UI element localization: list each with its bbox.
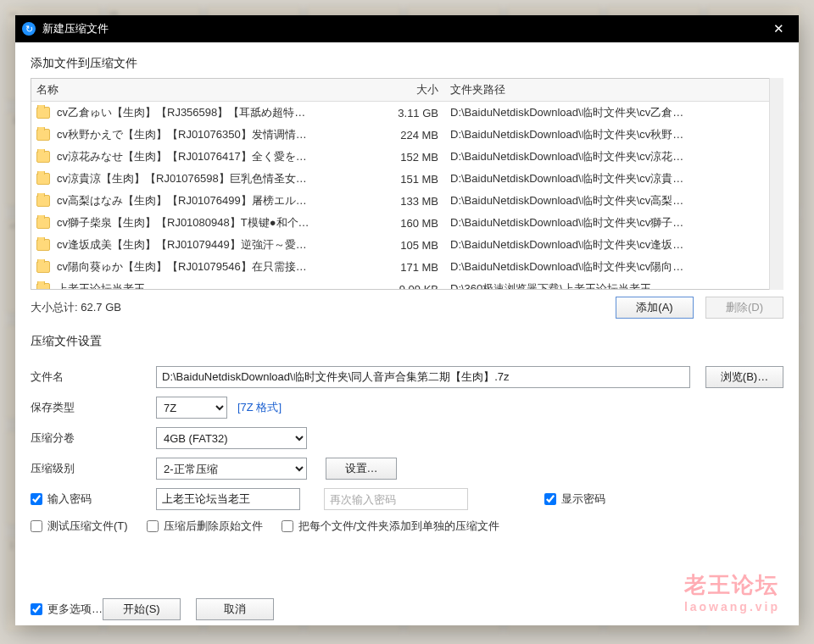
row-size: 152 MB: [376, 151, 450, 164]
table-row[interactable]: 上老王论坛当老王9.09 KBD:\360极速浏览器下载\上老王论坛当老王: [31, 278, 783, 290]
row-name: cv乙倉ゅい【生肉】【RJ356598】【耳舐め超特…: [57, 105, 305, 120]
folder-icon: [36, 151, 50, 163]
row-name: 上老王论坛当老王: [57, 281, 145, 290]
row-name: cv秋野かえで【生肉】【RJ01076350】发情调情…: [57, 127, 307, 142]
volume-select[interactable]: 4GB (FAT32): [156, 427, 307, 449]
window-title: 新建压缩文件: [42, 21, 109, 36]
row-path: D:\BaiduNetdiskDownload\临时文件夹\cv乙倉…: [450, 105, 778, 120]
titlebar[interactable]: ↻ 新建压缩文件 ✕: [15, 15, 799, 42]
table-row[interactable]: cv乙倉ゅい【生肉】【RJ356598】【耳舐め超特…3.11 GBD:\Bai…: [31, 102, 783, 124]
close-icon[interactable]: ✕: [765, 21, 792, 36]
folder-icon: [36, 217, 50, 229]
row-path: D:\BaiduNetdiskDownload\临时文件夹\cv涼花…: [450, 149, 778, 164]
row-name: cv陽向葵ゅか【生肉】【RJ01079546】在只需接…: [57, 259, 307, 275]
show-password-checkbox[interactable]: 显示密码: [544, 491, 605, 507]
savetype-label: 保存类型: [31, 400, 156, 415]
test-archive-check[interactable]: [31, 520, 42, 532]
table-row[interactable]: cv秋野かえで【生肉】【RJ01076350】发情调情…224 MBD:\Bai…: [31, 124, 783, 146]
filename-input[interactable]: [156, 366, 690, 388]
volume-label: 压缩分卷: [31, 430, 156, 446]
browse-button[interactable]: 浏览(B)…: [705, 366, 783, 388]
test-archive-checkbox[interactable]: 测试压缩文件(T): [31, 519, 128, 534]
row-size: 9.09 KB: [376, 283, 450, 291]
separate-archives-check[interactable]: [282, 520, 293, 532]
row-path: D:\BaiduNetdiskDownload\临时文件夹\cv陽向…: [450, 259, 778, 275]
header-size[interactable]: 大小: [376, 82, 450, 97]
folder-icon: [36, 107, 50, 119]
row-path: D:\BaiduNetdiskDownload\临时文件夹\cv逢坂…: [450, 237, 778, 253]
settings-button[interactable]: 设置…: [326, 458, 397, 480]
level-label: 压缩级别: [31, 461, 156, 476]
row-size: 3.11 GB: [376, 107, 450, 119]
cancel-button[interactable]: 取消: [196, 598, 274, 620]
enter-password-label: 输入密码: [47, 491, 92, 507]
row-size: 224 MB: [376, 129, 450, 142]
password-input[interactable]: [156, 488, 300, 510]
more-options-check[interactable]: [31, 603, 42, 615]
folder-icon: [36, 283, 50, 290]
folder-icon: [36, 129, 50, 141]
savetype-select[interactable]: 7Z: [156, 397, 227, 419]
show-password-label: 显示密码: [561, 491, 605, 507]
delete-button: 删除(D): [705, 297, 783, 319]
add-button[interactable]: 添加(A): [616, 297, 694, 319]
row-size: 160 MB: [376, 217, 450, 230]
row-size: 133 MB: [376, 195, 450, 208]
row-path: D:\BaiduNetdiskDownload\临时文件夹\cv高梨…: [450, 193, 778, 208]
table-row[interactable]: cv涼花みなせ【生肉】【RJ01076417】全く愛を…152 MBD:\Bai…: [31, 146, 783, 168]
create-archive-dialog: ↻ 新建压缩文件 ✕ 添加文件到压缩文件 名称 大小 文件夹路径 cv乙倉ゅい【…: [15, 15, 799, 625]
level-select[interactable]: 2-正常压缩: [156, 458, 307, 480]
folder-icon: [36, 195, 50, 207]
row-name: cv涼花みなせ【生肉】【RJ01076417】全く愛を…: [57, 149, 307, 164]
table-row[interactable]: cv獅子柴泉【生肉】【RJ01080948】T模键●和个…160 MBD:\Ba…: [31, 212, 783, 234]
row-name: cv涼貴涼【生肉】【RJ01076598】巨乳色情圣女…: [57, 171, 307, 186]
row-path: D:\BaiduNetdiskDownload\临时文件夹\cv秋野…: [450, 127, 778, 142]
file-list-table[interactable]: 名称 大小 文件夹路径 cv乙倉ゅい【生肉】【RJ356598】【耳舐め超特…3…: [31, 78, 783, 290]
show-password-check[interactable]: [544, 493, 556, 505]
table-row[interactable]: cv涼貴涼【生肉】【RJ01076598】巨乳色情圣女…151 MBD:\Bai…: [31, 168, 783, 190]
password-confirm-input: [324, 488, 468, 510]
table-row[interactable]: cv高梨はなみ【生肉】【RJ01076499】屠榜エル…133 MBD:\Bai…: [31, 190, 783, 212]
folder-icon: [36, 239, 50, 251]
row-size: 171 MB: [376, 261, 450, 274]
table-header: 名称 大小 文件夹路径: [31, 79, 783, 102]
add-files-section-title: 添加文件到压缩文件: [31, 56, 783, 71]
more-options-checkbox[interactable]: 更多选项…: [31, 602, 103, 617]
row-path: D:\BaiduNetdiskDownload\临时文件夹\cv涼貴…: [450, 171, 778, 186]
enter-password-check[interactable]: [31, 493, 42, 505]
enter-password-checkbox[interactable]: 输入密码: [31, 491, 92, 507]
folder-icon: [36, 173, 50, 185]
format-link[interactable]: [7Z 格式]: [237, 400, 282, 415]
delete-after-checkbox[interactable]: 压缩后删除原始文件: [147, 519, 263, 534]
separate-archives-checkbox[interactable]: 把每个文件/文件夹添加到单独的压缩文件: [282, 519, 500, 534]
row-size: 151 MB: [376, 173, 450, 186]
row-path: D:\BaiduNetdiskDownload\临时文件夹\cv獅子…: [450, 215, 778, 230]
table-row[interactable]: cv陽向葵ゅか【生肉】【RJ01079546】在只需接…171 MBD:\Bai…: [31, 256, 783, 278]
table-row[interactable]: cv逢坂成美【生肉】【RJ01079449】逆強汗～愛…105 MBD:\Bai…: [31, 234, 783, 256]
total-size-label: 大小总计: 62.7 GB: [31, 300, 121, 315]
folder-icon: [36, 261, 50, 273]
archive-settings-title: 压缩文件设置: [31, 334, 783, 349]
row-name: cv逢坂成美【生肉】【RJ01079449】逆強汗～愛…: [57, 237, 307, 253]
filename-label: 文件名: [31, 369, 156, 385]
scrollbar[interactable]: [769, 78, 783, 290]
header-path[interactable]: 文件夹路径: [450, 82, 778, 97]
header-name[interactable]: 名称: [36, 82, 376, 97]
start-button[interactable]: 开始(S): [103, 598, 181, 620]
delete-after-check[interactable]: [147, 520, 159, 532]
row-name: cv獅子柴泉【生肉】【RJ01080948】T模键●和个…: [57, 215, 309, 230]
row-path: D:\360极速浏览器下载\上老王论坛当老王: [450, 281, 778, 290]
app-icon: ↻: [22, 22, 36, 36]
row-name: cv高梨はなみ【生肉】【RJ01076499】屠榜エル…: [57, 193, 307, 208]
row-size: 105 MB: [376, 239, 450, 252]
